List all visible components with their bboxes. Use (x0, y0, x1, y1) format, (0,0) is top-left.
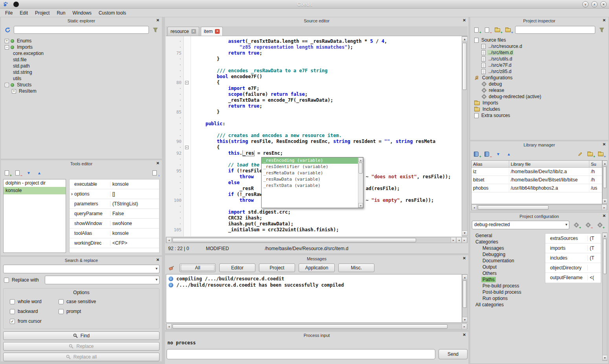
scroll-left-icon[interactable]: ◂ (166, 324, 172, 329)
checkbox[interactable] (59, 299, 64, 304)
scroll-down-icon[interactable]: ▼ (603, 355, 607, 360)
code-line[interactable]: 92 this._res = resEnc; (166, 150, 462, 156)
edit-tool-button[interactable]: › (151, 168, 160, 177)
scroll-thumb[interactable] (462, 43, 467, 90)
process-input-field[interactable] (167, 349, 435, 359)
configuration-vscrollbar[interactable]: ▲ ▼ (602, 232, 607, 361)
checkbox[interactable] (10, 309, 15, 314)
tree-expander-icon[interactable]: + (5, 39, 9, 43)
filter-icon[interactable] (151, 26, 160, 34)
code-line[interactable]: · scope(failure) return false; (166, 91, 462, 97)
code-line[interactable]: · } (166, 56, 462, 62)
scroll-down-icon[interactable]: ▼ (603, 198, 607, 204)
inspector-filter-input[interactable] (515, 26, 595, 34)
code-editor[interactable]: · assert(_resTxtData.length == _resRawDa… (166, 36, 468, 236)
library-from-folder-button[interactable]: + (587, 150, 595, 158)
panel-header[interactable]: Library manager ✕ (470, 141, 608, 148)
completion-item[interactable]: _resRawData (variable) (262, 176, 358, 183)
dropdown-icon[interactable]: ▾ (156, 266, 158, 271)
property-value[interactable]: konsole (110, 181, 159, 187)
code-line[interactable]: · ihash.put(_resRawData); (166, 221, 462, 227)
scroll-down-icon[interactable]: ▼ (358, 203, 363, 208)
tree-item[interactable]: Paths (471, 276, 534, 283)
close-panel-icon[interactable]: ✕ (463, 18, 466, 22)
filter-project[interactable]: Project (259, 263, 295, 272)
tree-item[interactable]: release (471, 87, 607, 93)
code-line[interactable]: · CRC32 ihash; (166, 215, 462, 221)
library-row[interactable]: phobos/usr/lib64/libphobos2.a/us (471, 184, 602, 192)
tree-item[interactable]: Extra sources (471, 112, 607, 119)
replace-with-combo[interactable]: ▾ (45, 276, 160, 284)
tab-resource[interactable]: resource ✕ (167, 27, 199, 36)
move-tool-up-button[interactable]: ▲ (35, 168, 44, 177)
code-line[interactable]: · assert(_resTxtData.length == _resRawDa… (166, 38, 462, 44)
tree-item[interactable]: utils (2, 75, 161, 82)
close-panel-icon[interactable]: ✕ (463, 256, 466, 260)
search-term-combo[interactable]: ▾ (3, 265, 160, 273)
column-header[interactable]: Su (589, 161, 602, 167)
property-row[interactable]: showWindowswoNone (70, 219, 159, 229)
scroll-down-icon[interactable]: ▼ (462, 317, 467, 322)
completion-item[interactable]: _resMetaData (variable) (262, 170, 358, 176)
scroll-right-icon[interactable]: ▸ (462, 324, 467, 329)
library-hscrollbar[interactable]: ◂ ▸ (471, 205, 607, 210)
clear-messages-icon[interactable] (167, 263, 176, 272)
close-panel-icon[interactable]: ✕ (463, 333, 466, 337)
library-vscrollbar[interactable]: ▲ ▼ (602, 160, 607, 204)
code-line[interactable]: 90 this(string resFile, ResEncoding resE… (166, 139, 462, 145)
remove-configuration-button[interactable]: − (584, 221, 593, 229)
property-value[interactable]: (T (588, 255, 601, 261)
filter-application[interactable]: Application (299, 263, 335, 272)
split-right-icon[interactable]: ▸ (462, 238, 467, 243)
tree-item[interactable]: Messages (471, 245, 534, 251)
menu-project[interactable]: Project (31, 9, 53, 17)
tree-item[interactable]: Includes (471, 106, 607, 112)
replace-button[interactable]: Replace (3, 342, 160, 351)
send-button[interactable]: Send (438, 349, 468, 359)
split-left-icon[interactable]: ◂ (456, 238, 462, 243)
tree-item[interactable]: All categories (471, 302, 534, 308)
property-value[interactable]: [] (110, 191, 159, 197)
tree-item[interactable]: std.string (2, 69, 161, 75)
tree-item[interactable]: ../src/resource.d (471, 43, 607, 49)
scroll-right-icon[interactable]: ▸ (602, 205, 607, 210)
dropdown-icon[interactable]: ▾ (156, 277, 158, 282)
add-source-button[interactable]: + (473, 26, 481, 34)
tree-item[interactable]: General (471, 232, 534, 239)
code-line[interactable]: 85 } (166, 109, 462, 115)
scroll-up-icon[interactable]: ▲ (603, 233, 607, 238)
scroll-thumb[interactable] (463, 280, 467, 308)
property-value[interactable]: False (110, 211, 159, 216)
tree-item[interactable]: std.path (2, 63, 161, 69)
scroll-up-icon[interactable]: ▲ (603, 161, 607, 166)
open-folder-button[interactable]: + (504, 26, 513, 34)
tree-item[interactable]: Source files (471, 37, 607, 43)
code-line[interactable]: · return true; (166, 103, 462, 109)
library-row[interactable]: iz/home/basile/Dev/Iz/lib/iz.a/h (471, 168, 602, 176)
menu-run[interactable]: Run (53, 9, 69, 17)
close-tab-icon[interactable]: ✕ (215, 29, 220, 34)
scroll-thumb[interactable] (603, 166, 607, 188)
completion-item[interactable]: _resEncoding (variable) (262, 157, 358, 164)
property-row[interactable]: workingDirec<CFP> (70, 238, 159, 248)
code-line[interactable]: · (166, 115, 462, 121)
tree-expander-icon[interactable]: − (5, 83, 9, 87)
code-line[interactable]: · "z85 representation length mismatches"… (166, 44, 462, 50)
checkbox[interactable] (10, 299, 15, 304)
checkbox-case-sensitive[interactable]: case sensitive (59, 299, 156, 304)
column-header[interactable]: Alias (471, 161, 509, 167)
filter-all[interactable]: All (180, 263, 216, 272)
fold-marker-icon[interactable]: − (185, 146, 189, 149)
scroll-thumb[interactable] (359, 163, 363, 174)
message-item[interactable]: icompiling /.../build/resource.d.coedit (166, 276, 462, 282)
tree-item[interactable]: Output (471, 264, 534, 270)
editor-hscrollbar[interactable]: ◂ ▸ ◂ ▸ (166, 237, 468, 243)
close-panel-icon[interactable]: ✕ (156, 18, 160, 22)
move-library-up-button[interactable]: ▲ (504, 150, 513, 158)
scroll-left-icon[interactable]: ◂ (166, 238, 172, 243)
edit-library-button[interactable] (576, 150, 585, 158)
close-panel-icon[interactable]: ✕ (603, 18, 606, 22)
tree-item[interactable]: Pre-build process (471, 283, 534, 289)
tree-item[interactable]: ../src/e7F.d (471, 62, 607, 68)
property-row[interactable]: outputFilename<( (545, 273, 601, 283)
